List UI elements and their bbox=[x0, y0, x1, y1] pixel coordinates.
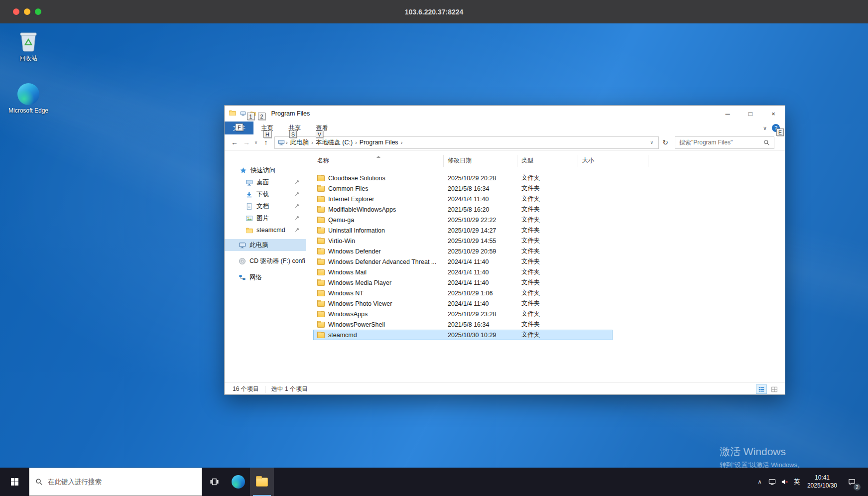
file-row[interactable]: Cloudbase Solutions2025/10/29 20:28文件夹 bbox=[313, 173, 613, 183]
computer-icon bbox=[239, 242, 246, 249]
clock-time: 10:41 bbox=[815, 474, 830, 482]
file-row[interactable]: Windows NT2025/10/29 1:06文件夹 bbox=[313, 288, 613, 298]
file-row[interactable]: Windows Mail2024/1/4 11:40文件夹 bbox=[313, 267, 613, 277]
sidebar-item-steamcmd[interactable]: steamcmd bbox=[225, 224, 306, 236]
taskbar-search-box[interactable] bbox=[29, 468, 202, 496]
folder-icon bbox=[317, 269, 325, 275]
desktop-icon-recycle-bin[interactable]: 回收站 bbox=[7, 29, 50, 63]
input-language-indicator[interactable]: 英 bbox=[791, 468, 803, 496]
navigation-pane: 快速访问 桌面 下载 文档 bbox=[225, 151, 306, 382]
folder-icon bbox=[317, 332, 325, 338]
qat-properties-icon[interactable] bbox=[240, 111, 246, 117]
taskbar-edge-button[interactable] bbox=[226, 468, 250, 496]
file-date: 2021/5/8 16:34 bbox=[444, 185, 517, 192]
maximize-button[interactable]: □ bbox=[739, 106, 762, 122]
file-row[interactable]: Qemu-ga2025/10/29 22:22文件夹 bbox=[313, 215, 613, 225]
file-row[interactable]: Internet Explorer2024/1/4 11:40文件夹 bbox=[313, 194, 613, 204]
activate-windows-watermark: 激活 Windows 转到“设置”以激活 Windows。 bbox=[720, 445, 804, 470]
column-headers: 名称 修改日期 类型 大小 bbox=[313, 155, 785, 167]
file-date: 2024/1/4 11:40 bbox=[444, 269, 517, 276]
sidebar-item-quick-access[interactable]: 快速访问 bbox=[225, 164, 306, 176]
file-name: Windows NT bbox=[328, 290, 364, 297]
details-view-button[interactable] bbox=[756, 384, 767, 394]
desktop-icon-edge[interactable]: Microsoft Edge bbox=[7, 82, 50, 114]
file-row[interactable]: ModifiableWindowsApps2021/5/8 16:20文件夹 bbox=[313, 204, 613, 215]
star-icon bbox=[240, 167, 247, 174]
crumb-separator[interactable]: › bbox=[401, 139, 403, 145]
folder-icon bbox=[317, 290, 325, 296]
file-row[interactable]: Windows Defender Advanced Threat ...2024… bbox=[313, 256, 613, 267]
window-controls: ─ □ × bbox=[716, 106, 785, 122]
explorer-search-box[interactable] bbox=[675, 136, 774, 149]
file-rows: Cloudbase Solutions2025/10/29 20:28文件夹 C… bbox=[313, 173, 785, 340]
file-row[interactable]: Virtio-Win2025/10/29 14:55文件夹 bbox=[313, 236, 613, 246]
hidden-icons-chevron[interactable]: ∧ bbox=[753, 468, 766, 496]
file-name: Qemu-ga bbox=[328, 217, 354, 224]
breadcrumb-program-files[interactable]: Program Files bbox=[357, 139, 401, 146]
file-row[interactable]: Windows Defender2025/10/29 20:59文件夹 bbox=[313, 246, 613, 256]
sidebar-item-label: 桌面 bbox=[256, 178, 269, 187]
folder-icon bbox=[317, 248, 325, 254]
column-header-date[interactable]: 修改日期 bbox=[444, 155, 517, 167]
file-row[interactable]: Windows Photo Viewer2024/1/4 11:40文件夹 bbox=[313, 298, 613, 309]
taskbar-search-input[interactable] bbox=[48, 478, 196, 486]
file-date: 2025/10/29 20:59 bbox=[444, 248, 517, 255]
folder-icon bbox=[317, 175, 325, 181]
close-button[interactable]: × bbox=[762, 106, 785, 122]
large-icons-view-button[interactable] bbox=[769, 384, 780, 394]
file-name: Windows Mail bbox=[328, 269, 367, 276]
file-row[interactable]: Windows Media Player2024/1/4 11:40文件夹 bbox=[313, 277, 613, 288]
file-type: 文件夹 bbox=[517, 299, 578, 308]
explorer-titlebar[interactable]: ▾ Program Files ─ □ × bbox=[225, 106, 785, 122]
windows-logo-icon bbox=[10, 478, 19, 486]
task-view-button[interactable] bbox=[202, 468, 226, 496]
sidebar-item-pictures[interactable]: 图片 bbox=[225, 212, 306, 224]
sidebar-item-downloads[interactable]: 下载 bbox=[225, 188, 306, 200]
column-header-size[interactable]: 大小 bbox=[578, 155, 648, 167]
keytip-share: S bbox=[289, 130, 297, 138]
breadcrumb-this-pc[interactable]: 此电脑 bbox=[288, 138, 312, 147]
file-row[interactable]: WindowsPowerShell2021/5/8 16:34文件夹 bbox=[313, 319, 613, 330]
column-header-type[interactable]: 类型 bbox=[517, 155, 578, 167]
clock-date: 2025/10/30 bbox=[807, 482, 837, 490]
refresh-button[interactable]: ↻ bbox=[659, 138, 672, 146]
sidebar-item-documents[interactable]: 文档 bbox=[225, 200, 306, 212]
sort-ascending-icon bbox=[376, 156, 380, 158]
desktop-icon-label: 回收站 bbox=[19, 54, 37, 63]
recent-locations-icon[interactable]: ∨ bbox=[252, 140, 259, 145]
sidebar-item-desktop[interactable]: 桌面 bbox=[225, 176, 306, 188]
documents-icon bbox=[246, 203, 253, 210]
file-explorer-icon bbox=[256, 478, 268, 487]
folder-icon bbox=[317, 238, 325, 244]
folder-icon bbox=[246, 227, 253, 234]
sidebar-item-label: 下载 bbox=[256, 190, 269, 199]
sidebar-item-network[interactable]: 网络 bbox=[225, 271, 306, 283]
file-row[interactable]: Uninstall Information2025/10/29 14:27文件夹 bbox=[313, 225, 613, 236]
volume-muted-icon[interactable] bbox=[778, 468, 791, 496]
ribbon-collapse-icon[interactable]: ∨ bbox=[763, 125, 767, 131]
taskbar-explorer-button[interactable] bbox=[250, 468, 274, 496]
sidebar-item-cd-drive[interactable]: CD 驱动器 (F:) confi bbox=[225, 255, 306, 267]
sidebar-item-this-pc[interactable]: 此电脑 bbox=[225, 239, 306, 251]
network-tray-icon[interactable] bbox=[766, 468, 778, 496]
start-button[interactable] bbox=[0, 468, 29, 496]
back-button[interactable]: ← bbox=[229, 138, 241, 146]
forward-button[interactable]: → bbox=[241, 138, 252, 146]
file-row[interactable]: WindowsApps2025/10/29 23:28文件夹 bbox=[313, 309, 613, 319]
explorer-search-input[interactable] bbox=[679, 139, 763, 146]
file-row[interactable]: Common Files2021/5/8 16:34文件夹 bbox=[313, 183, 613, 194]
address-dropdown-icon[interactable]: ∨ bbox=[648, 140, 655, 145]
minimize-button[interactable]: ─ bbox=[716, 106, 739, 122]
address-bar[interactable]: › 此电脑 › 本地磁盘 (C:) › Program Files › ∨ bbox=[274, 136, 659, 149]
file-date: 2024/1/4 11:40 bbox=[444, 196, 517, 203]
action-center-button[interactable]: 2 bbox=[841, 468, 862, 496]
address-bar-row: ← → ∨ ↑ › 此电脑 › 本地磁盘 (C:) › Program File… bbox=[225, 134, 785, 151]
taskbar-clock[interactable]: 10:41 2025/10/30 bbox=[803, 474, 841, 490]
breadcrumb-local-disk-c[interactable]: 本地磁盘 (C:) bbox=[313, 138, 355, 147]
file-row-selected[interactable]: steamcmd2025/10/30 10:29文件夹 bbox=[313, 330, 613, 340]
folder-icon bbox=[317, 207, 325, 213]
file-name: Windows Defender Advanced Threat ... bbox=[328, 258, 436, 265]
up-button[interactable]: ↑ bbox=[259, 138, 272, 146]
file-name: Common Files bbox=[328, 185, 369, 192]
file-type: 文件夹 bbox=[517, 320, 578, 329]
